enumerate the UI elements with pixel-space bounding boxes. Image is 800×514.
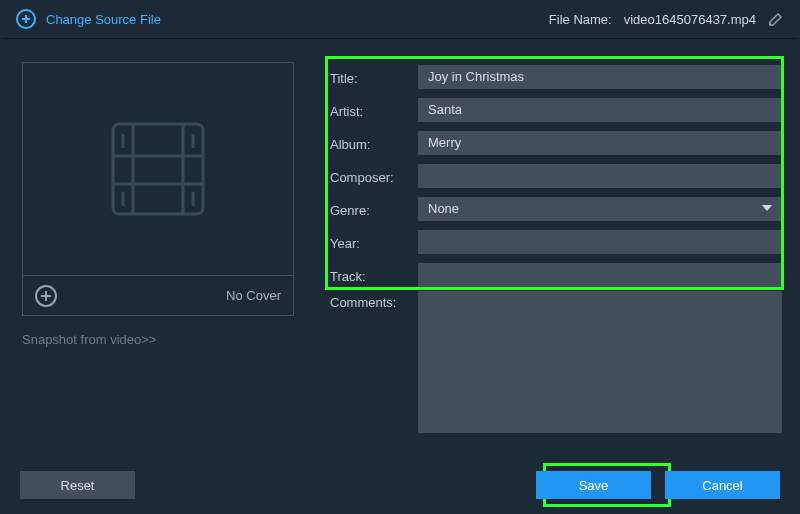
- cover-panel: No Cover Snapshot from video>>: [22, 62, 294, 347]
- no-cover-label: No Cover: [226, 288, 281, 303]
- reset-button[interactable]: Reset: [20, 471, 135, 499]
- cover-toolbar: No Cover: [22, 276, 294, 316]
- artist-label: Artist:: [330, 100, 418, 119]
- filmstrip-icon: [103, 114, 213, 224]
- album-input[interactable]: [418, 131, 782, 155]
- change-source-file-link[interactable]: Change Source File: [16, 9, 161, 29]
- save-button[interactable]: Save: [536, 471, 651, 499]
- change-source-label: Change Source File: [46, 12, 161, 27]
- genre-select[interactable]: None: [418, 197, 782, 221]
- cancel-button[interactable]: Cancel: [665, 471, 780, 499]
- artist-input[interactable]: [418, 98, 782, 122]
- svg-rect-0: [113, 124, 203, 214]
- album-label: Album:: [330, 133, 418, 152]
- track-label: Track:: [330, 265, 418, 284]
- main-area: No Cover Snapshot from video>> Title: Ar…: [0, 50, 800, 456]
- composer-input[interactable]: [418, 164, 782, 188]
- title-input[interactable]: [418, 65, 782, 89]
- add-cover-icon[interactable]: [35, 285, 57, 307]
- genre-value: None: [428, 201, 459, 216]
- file-name-label: File Name:: [549, 12, 612, 27]
- genre-label: Genre:: [330, 199, 418, 218]
- composer-label: Composer:: [330, 166, 418, 185]
- top-bar: Change Source File File Name: video16450…: [0, 0, 800, 38]
- comments-textarea[interactable]: [418, 291, 782, 433]
- edit-filename-icon[interactable]: [768, 11, 784, 27]
- comments-label: Comments:: [330, 291, 418, 310]
- file-name-value: video1645076437.mp4: [624, 12, 756, 27]
- snapshot-from-video-link[interactable]: Snapshot from video>>: [22, 332, 294, 347]
- year-label: Year:: [330, 232, 418, 251]
- file-name-block: File Name: video1645076437.mp4: [549, 11, 784, 27]
- cover-preview: [22, 62, 294, 276]
- title-label: Title:: [330, 67, 418, 86]
- bottom-bar: Reset Save Cancel: [0, 456, 800, 514]
- chevron-down-icon: [762, 205, 772, 211]
- track-input[interactable]: [418, 263, 782, 287]
- year-input[interactable]: [418, 230, 782, 254]
- top-divider: [3, 38, 797, 39]
- plus-circle-icon: [16, 9, 36, 29]
- metadata-form: Title: Artist: Album: Composer: Genre: N…: [330, 60, 782, 439]
